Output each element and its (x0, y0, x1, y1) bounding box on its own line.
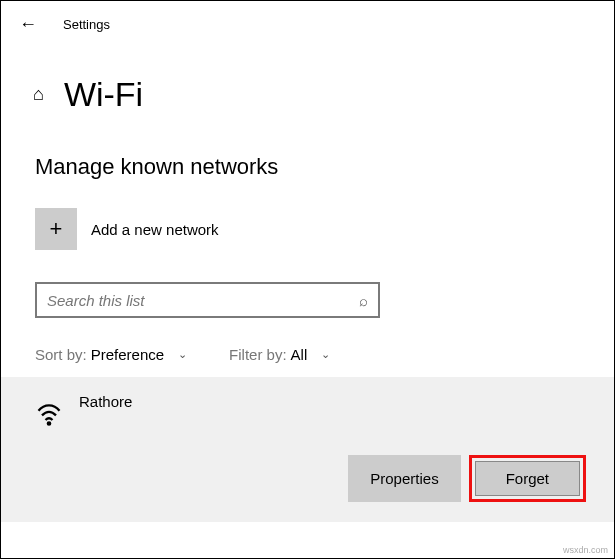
network-actions: Properties Forget (348, 455, 586, 502)
properties-button[interactable]: Properties (348, 455, 460, 502)
wifi-icon (35, 399, 63, 432)
network-item[interactable]: Rathore Properties Forget (1, 377, 614, 522)
back-icon[interactable]: ← (19, 15, 37, 33)
filter-label: Filter by: (229, 346, 287, 363)
plus-icon: + (35, 208, 77, 250)
section-heading: Manage known networks (1, 124, 614, 194)
search-box[interactable]: ⌕ (35, 282, 380, 318)
network-row: Rathore (35, 393, 580, 432)
network-name: Rathore (79, 393, 132, 410)
forget-highlight: Forget (469, 455, 586, 502)
add-network-button[interactable]: + Add a new network (1, 194, 614, 264)
sort-label: Sort by: (35, 346, 87, 363)
search-input[interactable] (47, 292, 359, 309)
search-wrapper: ⌕ (1, 264, 614, 328)
home-icon[interactable]: ⌂ (33, 84, 44, 105)
add-network-label: Add a new network (91, 221, 219, 238)
chevron-down-icon: ⌄ (321, 348, 330, 361)
sort-filter-row: Sort by: Preference ⌄ Filter by: All ⌄ (1, 328, 614, 377)
chevron-down-icon: ⌄ (178, 348, 187, 361)
svg-point-0 (48, 422, 50, 424)
page-header: ⌂ Wi-Fi (1, 47, 614, 124)
app-title: Settings (63, 17, 110, 32)
filter-by-dropdown[interactable]: Filter by: All ⌄ (229, 346, 330, 363)
watermark: wsxdn.com (563, 545, 608, 555)
filter-value: All (291, 346, 308, 363)
search-icon: ⌕ (359, 292, 368, 309)
top-bar: ← Settings (1, 1, 614, 47)
sort-by-dropdown[interactable]: Sort by: Preference ⌄ (35, 346, 187, 363)
sort-value: Preference (91, 346, 164, 363)
page-title: Wi-Fi (64, 75, 143, 114)
forget-button[interactable]: Forget (475, 461, 580, 496)
